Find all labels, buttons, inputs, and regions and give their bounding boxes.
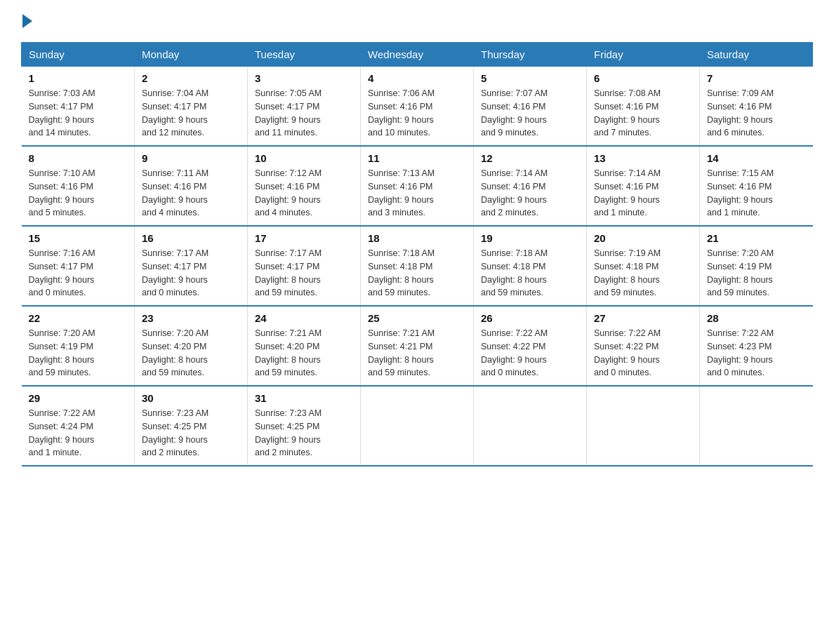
day-number: 27 [594,312,692,324]
calendar-cell: 2Sunrise: 7:04 AMSunset: 4:17 PMDaylight… [135,67,248,147]
day-info: Sunrise: 7:07 AMSunset: 4:16 PMDaylight:… [481,87,579,140]
header-sunday: Sunday [22,43,135,67]
day-number: 23 [142,312,240,324]
day-info: Sunrise: 7:17 AMSunset: 4:17 PMDaylight:… [255,247,353,300]
day-info: Sunrise: 7:08 AMSunset: 4:16 PMDaylight:… [594,87,692,140]
day-info: Sunrise: 7:16 AMSunset: 4:17 PMDaylight:… [29,247,128,300]
calendar-cell: 19Sunrise: 7:18 AMSunset: 4:18 PMDayligh… [474,226,587,306]
calendar-cell: 24Sunrise: 7:21 AMSunset: 4:20 PMDayligh… [248,306,361,386]
day-number: 31 [255,392,353,404]
calendar-cell: 10Sunrise: 7:12 AMSunset: 4:16 PMDayligh… [248,146,361,226]
day-info: Sunrise: 7:14 AMSunset: 4:16 PMDaylight:… [481,167,579,220]
header-saturday: Saturday [700,43,813,67]
day-info: Sunrise: 7:06 AMSunset: 4:16 PMDaylight:… [368,87,466,140]
day-info: Sunrise: 7:22 AMSunset: 4:22 PMDaylight:… [594,327,692,380]
day-info: Sunrise: 7:20 AMSunset: 4:19 PMDaylight:… [29,327,128,380]
day-number: 13 [594,152,692,164]
day-number: 15 [29,232,128,244]
day-number: 19 [481,232,579,244]
calendar-cell [587,386,700,466]
header-thursday: Thursday [474,43,587,67]
header-monday: Monday [135,43,248,67]
week-row-3: 15Sunrise: 7:16 AMSunset: 4:17 PMDayligh… [22,226,813,306]
day-info: Sunrise: 7:12 AMSunset: 4:16 PMDaylight:… [255,167,353,220]
day-number: 1 [29,72,128,84]
day-info: Sunrise: 7:19 AMSunset: 4:18 PMDaylight:… [594,247,692,300]
day-info: Sunrise: 7:23 AMSunset: 4:25 PMDaylight:… [255,407,353,459]
calendar-cell [474,386,587,466]
header-friday: Friday [587,43,700,67]
day-number: 22 [29,312,128,324]
calendar-cell: 8Sunrise: 7:10 AMSunset: 4:16 PMDaylight… [22,146,135,226]
week-row-2: 8Sunrise: 7:10 AMSunset: 4:16 PMDaylight… [22,146,813,226]
calendar-cell: 21Sunrise: 7:20 AMSunset: 4:19 PMDayligh… [700,226,813,306]
calendar-cell: 12Sunrise: 7:14 AMSunset: 4:16 PMDayligh… [474,146,587,226]
calendar-cell: 29Sunrise: 7:22 AMSunset: 4:24 PMDayligh… [22,386,135,466]
day-number: 30 [142,392,240,404]
calendar-header-row: SundayMondayTuesdayWednesdayThursdayFrid… [22,43,813,67]
day-info: Sunrise: 7:10 AMSunset: 4:16 PMDaylight:… [29,167,128,220]
day-info: Sunrise: 7:22 AMSunset: 4:22 PMDaylight:… [481,327,579,380]
header-tuesday: Tuesday [248,43,361,67]
day-info: Sunrise: 7:03 AMSunset: 4:17 PMDaylight:… [29,87,128,140]
calendar-cell: 9Sunrise: 7:11 AMSunset: 4:16 PMDaylight… [135,146,248,226]
calendar-cell: 4Sunrise: 7:06 AMSunset: 4:16 PMDaylight… [361,67,474,147]
day-number: 3 [255,72,353,84]
week-row-1: 1Sunrise: 7:03 AMSunset: 4:17 PMDaylight… [22,67,813,147]
day-info: Sunrise: 7:23 AMSunset: 4:25 PMDaylight:… [142,407,240,459]
calendar-cell: 30Sunrise: 7:23 AMSunset: 4:25 PMDayligh… [135,386,248,466]
day-info: Sunrise: 7:18 AMSunset: 4:18 PMDaylight:… [481,247,579,300]
day-info: Sunrise: 7:05 AMSunset: 4:17 PMDaylight:… [255,87,353,140]
week-row-5: 29Sunrise: 7:22 AMSunset: 4:24 PMDayligh… [22,386,813,466]
calendar-cell: 28Sunrise: 7:22 AMSunset: 4:23 PMDayligh… [700,306,813,386]
day-info: Sunrise: 7:22 AMSunset: 4:24 PMDaylight:… [29,407,128,459]
calendar-cell [700,386,813,466]
week-row-4: 22Sunrise: 7:20 AMSunset: 4:19 PMDayligh… [22,306,813,386]
calendar-cell: 31Sunrise: 7:23 AMSunset: 4:25 PMDayligh… [248,386,361,466]
day-info: Sunrise: 7:21 AMSunset: 4:20 PMDaylight:… [255,327,353,380]
day-number: 25 [368,312,466,324]
day-number: 17 [255,232,353,244]
day-info: Sunrise: 7:20 AMSunset: 4:20 PMDaylight:… [142,327,240,380]
calendar-cell: 16Sunrise: 7:17 AMSunset: 4:17 PMDayligh… [135,226,248,306]
day-number: 9 [142,152,240,164]
header-wednesday: Wednesday [361,43,474,67]
day-info: Sunrise: 7:20 AMSunset: 4:19 PMDaylight:… [707,247,806,300]
calendar-cell: 13Sunrise: 7:14 AMSunset: 4:16 PMDayligh… [587,146,700,226]
calendar-cell: 1Sunrise: 7:03 AMSunset: 4:17 PMDaylight… [22,67,135,147]
page-header [21,14,813,28]
day-info: Sunrise: 7:15 AMSunset: 4:16 PMDaylight:… [707,167,806,220]
calendar-cell: 27Sunrise: 7:22 AMSunset: 4:22 PMDayligh… [587,306,700,386]
calendar-cell: 26Sunrise: 7:22 AMSunset: 4:22 PMDayligh… [474,306,587,386]
calendar-cell [361,386,474,466]
calendar-table: SundayMondayTuesdayWednesdayThursdayFrid… [21,42,813,467]
calendar-cell: 20Sunrise: 7:19 AMSunset: 4:18 PMDayligh… [587,226,700,306]
day-number: 18 [368,232,466,244]
day-number: 10 [255,152,353,164]
day-number: 29 [29,392,128,404]
day-info: Sunrise: 7:14 AMSunset: 4:16 PMDaylight:… [594,167,692,220]
calendar-cell: 7Sunrise: 7:09 AMSunset: 4:16 PMDaylight… [700,67,813,147]
day-number: 14 [707,152,806,164]
calendar-cell: 22Sunrise: 7:20 AMSunset: 4:19 PMDayligh… [22,306,135,386]
day-number: 20 [594,232,692,244]
calendar-cell: 6Sunrise: 7:08 AMSunset: 4:16 PMDaylight… [587,67,700,147]
calendar-cell: 14Sunrise: 7:15 AMSunset: 4:16 PMDayligh… [700,146,813,226]
calendar-cell: 25Sunrise: 7:21 AMSunset: 4:21 PMDayligh… [361,306,474,386]
day-number: 4 [368,72,466,84]
day-number: 28 [707,312,806,324]
calendar-cell: 17Sunrise: 7:17 AMSunset: 4:17 PMDayligh… [248,226,361,306]
day-info: Sunrise: 7:22 AMSunset: 4:23 PMDaylight:… [707,327,806,380]
day-number: 16 [142,232,240,244]
day-number: 21 [707,232,806,244]
day-info: Sunrise: 7:09 AMSunset: 4:16 PMDaylight:… [707,87,806,140]
day-info: Sunrise: 7:04 AMSunset: 4:17 PMDaylight:… [142,87,240,140]
logo [21,14,34,28]
day-number: 8 [29,152,128,164]
day-info: Sunrise: 7:17 AMSunset: 4:17 PMDaylight:… [142,247,240,300]
day-number: 11 [368,152,466,164]
day-info: Sunrise: 7:13 AMSunset: 4:16 PMDaylight:… [368,167,466,220]
calendar-cell: 11Sunrise: 7:13 AMSunset: 4:16 PMDayligh… [361,146,474,226]
day-number: 24 [255,312,353,324]
day-info: Sunrise: 7:21 AMSunset: 4:21 PMDaylight:… [368,327,466,380]
